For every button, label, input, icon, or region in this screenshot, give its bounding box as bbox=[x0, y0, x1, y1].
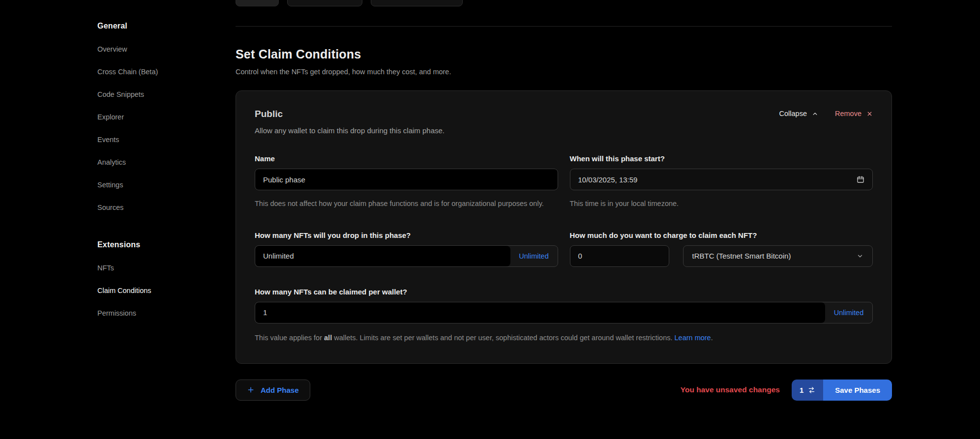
supply-field-group: How many NFTs will you drop in this phas… bbox=[255, 231, 558, 267]
sidebar-item-nfts[interactable]: NFTs bbox=[97, 264, 236, 272]
sidebar: General Overview Cross Chain (Beta) Code… bbox=[0, 0, 236, 439]
unsaved-changes-warning: You have unsaved changes bbox=[681, 385, 780, 394]
per-wallet-unlimited-toggle[interactable]: Unlimited bbox=[825, 302, 872, 323]
explorer-link-badge[interactable]: Rootstock Blockscout bbox=[371, 0, 463, 6]
start-label: When will this phase start? bbox=[570, 154, 873, 163]
page-title: Set Claim Conditions bbox=[236, 47, 892, 61]
price-label: How much do you want to charge to claim … bbox=[570, 231, 873, 239]
chevron-up-icon bbox=[812, 111, 818, 117]
plus-icon bbox=[247, 386, 255, 394]
start-datetime-value: 10/03/2025, 13:59 bbox=[578, 176, 638, 184]
name-input[interactable]: Public phase bbox=[255, 169, 558, 190]
swap-arrows-icon bbox=[808, 386, 815, 394]
sidebar-item-settings[interactable]: Settings bbox=[97, 181, 236, 189]
currency-selected-value: tRBTC (Testnet Smart Bitcoin) bbox=[692, 252, 791, 260]
supply-input[interactable]: Unlimited bbox=[255, 246, 510, 266]
save-button-group: 1 Save Phases bbox=[792, 380, 892, 401]
page-header: Set Claim Conditions Control when the NF… bbox=[236, 47, 892, 76]
phase-title: Public bbox=[255, 109, 445, 119]
name-field-group: Name Public phase This does not affect h… bbox=[255, 154, 558, 209]
phase-card-heading: Public Allow any wallet to claim this dr… bbox=[255, 109, 445, 135]
add-phase-label: Add Phase bbox=[261, 386, 299, 394]
per-wallet-helper: This value applies for all wallets. Limi… bbox=[255, 332, 869, 344]
supply-unlimited-toggle[interactable]: Unlimited bbox=[510, 246, 558, 266]
sidebar-item-cross-chain[interactable]: Cross Chain (Beta) bbox=[97, 68, 236, 76]
calendar-icon[interactable] bbox=[857, 176, 864, 183]
learn-more-link[interactable]: Learn more bbox=[675, 334, 711, 342]
save-phases-button[interactable]: Save Phases bbox=[823, 380, 892, 401]
name-label: Name bbox=[255, 154, 558, 163]
supply-label: How many NFTs will you drop in this phas… bbox=[255, 231, 558, 239]
page-subtitle: Control when the NFTs get dropped, how m… bbox=[236, 68, 892, 76]
app-root: General Overview Cross Chain (Beta) Code… bbox=[0, 0, 980, 439]
sidebar-item-permissions[interactable]: Permissions bbox=[97, 309, 236, 318]
add-phase-button[interactable]: Add Phase bbox=[236, 380, 310, 401]
close-icon bbox=[866, 111, 873, 117]
contract-address-badge[interactable]: 0xcDee...F96e9 bbox=[287, 0, 362, 6]
remove-button[interactable]: Remove bbox=[835, 110, 873, 117]
price-amount-input[interactable]: 0 bbox=[570, 245, 669, 267]
sidebar-item-analytics[interactable]: Analytics bbox=[97, 158, 236, 167]
sidebar-header-extensions: Extensions bbox=[97, 240, 236, 249]
start-helper: This time is in your local timezone. bbox=[570, 198, 873, 209]
sidebar-item-explorer[interactable]: Explorer bbox=[97, 113, 236, 121]
per-wallet-helper-prefix: This value applies for bbox=[255, 334, 324, 342]
per-wallet-label: How many NFTs can be claimed per wallet? bbox=[255, 288, 873, 296]
per-wallet-helper-bold: all bbox=[324, 334, 332, 342]
sidebar-item-events[interactable]: Events bbox=[97, 136, 236, 144]
sidebar-header-general: General bbox=[97, 22, 236, 30]
contract-address-label: 0xcDee...F96e9 bbox=[307, 0, 354, 0]
per-wallet-input-group: 1 Unlimited bbox=[255, 302, 873, 323]
claim-phase-card: Public Allow any wallet to claim this dr… bbox=[236, 90, 892, 364]
supply-input-group: Unlimited Unlimited bbox=[255, 245, 558, 267]
sidebar-item-sources[interactable]: Sources bbox=[97, 204, 236, 212]
per-wallet-input[interactable]: 1 bbox=[255, 302, 825, 323]
header-divider bbox=[236, 26, 892, 27]
per-wallet-helper-end: . bbox=[711, 334, 713, 342]
sidebar-item-code-snippets[interactable]: Code Snippets bbox=[97, 90, 236, 99]
per-wallet-helper-rest: wallets. Limits are set per wallets and … bbox=[332, 334, 674, 342]
start-datetime-input[interactable]: 10/03/2025, 13:59 bbox=[570, 169, 873, 190]
main-content: 0xcDee...F96e9 Rootstock Blockscout Set … bbox=[236, 0, 892, 439]
contract-tab-button[interactable] bbox=[236, 0, 279, 6]
price-field-group: How much do you want to charge to claim … bbox=[570, 231, 873, 267]
collapse-button[interactable]: Collapse bbox=[779, 110, 818, 117]
transaction-count-button[interactable]: 1 bbox=[792, 380, 823, 401]
per-wallet-field-group: How many NFTs can be claimed per wallet?… bbox=[255, 288, 873, 344]
phases-footer: Add Phase You have unsaved changes 1 Sav… bbox=[236, 380, 892, 401]
chevron-down-icon bbox=[857, 253, 863, 260]
sidebar-item-overview[interactable]: Overview bbox=[97, 45, 236, 54]
explorer-label: Rootstock Blockscout bbox=[379, 0, 443, 0]
currency-select[interactable]: tRBTC (Testnet Smart Bitcoin) bbox=[683, 245, 873, 267]
name-helper: This does not affect how your claim phas… bbox=[255, 198, 558, 209]
remove-label: Remove bbox=[835, 110, 861, 117]
collapse-label: Collapse bbox=[779, 110, 807, 117]
contract-toolbar: 0xcDee...F96e9 Rootstock Blockscout bbox=[236, 0, 892, 6]
sidebar-item-claim-conditions[interactable]: Claim Conditions bbox=[97, 287, 236, 295]
start-field-group: When will this phase start? 10/03/2025, … bbox=[570, 154, 873, 209]
transaction-count: 1 bbox=[800, 386, 803, 394]
phase-description: Allow any wallet to claim this drop duri… bbox=[255, 126, 445, 135]
